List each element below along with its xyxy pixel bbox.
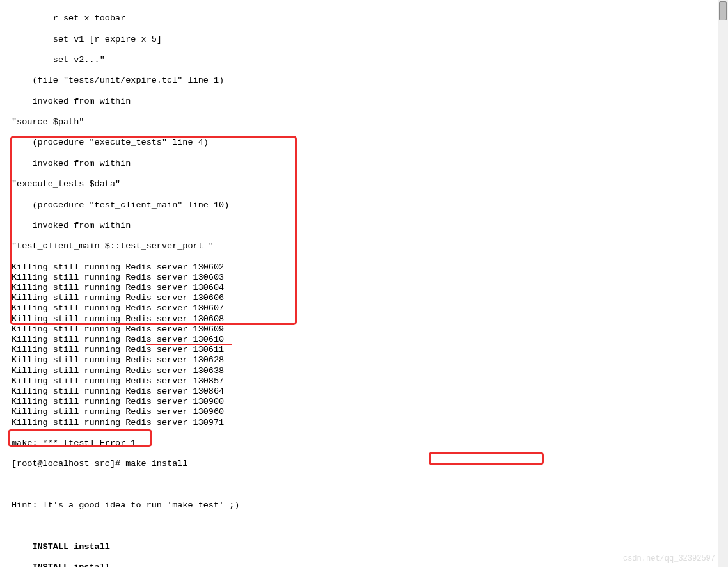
trace-line: invoked from within: [12, 221, 716, 231]
prompt-make-install: [root@localhost src]# make install: [12, 459, 716, 469]
kill-line: Killing still running Redis server 13085…: [12, 376, 716, 387]
kill-line: Killing still running Redis server 13090…: [12, 397, 716, 407]
kill-line: Killing still running Redis server 13060…: [12, 324, 716, 335]
kill-line: Killing still running Redis server 13061…: [12, 345, 716, 355]
kill-line: Killing still running Redis server 13063…: [12, 366, 716, 376]
kill-line: Killing still running Redis server 13060…: [12, 273, 716, 283]
kill-line: Killing still running Redis server 13096…: [12, 407, 716, 417]
hint-line: Hint: It's a good idea to run 'make test…: [12, 500, 716, 511]
blank-line: [12, 521, 716, 531]
trace-line: set v2...": [12, 55, 716, 65]
kill-line: Killing still running Redis server 13060…: [12, 303, 716, 314]
terminal-output[interactable]: r set x foobar set v1 [r expire x 5] set…: [0, 0, 728, 567]
blank-line: [12, 480, 716, 490]
kill-line: Killing still running Redis server 13097…: [12, 418, 716, 428]
kill-line: Killing still running Redis server 13062…: [12, 355, 716, 365]
scrollbar-track[interactable]: [718, 0, 728, 567]
kill-line: Killing still running Redis server 13060…: [12, 283, 716, 293]
kill-line: Killing still running Redis server 13060…: [12, 293, 716, 303]
kill-line: Killing still running Redis server 13060…: [12, 314, 716, 324]
trace-line: invoked from within: [12, 159, 716, 169]
trace-line: "test_client_main $::test_server_port ": [12, 241, 716, 252]
trace-line: (procedure "execute_tests" line 4): [12, 138, 716, 148]
trace-line: (file "tests/unit/expire.tcl" line 1): [12, 76, 716, 86]
killing-block: Killing still running Redis server 13060…: [12, 262, 716, 428]
trace-line: set v1 [r expire x 5]: [12, 35, 716, 45]
trace-line: (procedure "test_client_main" line 10): [12, 200, 716, 211]
kill-line: Killing still running Redis server 13060…: [12, 262, 716, 273]
scrollbar-thumb[interactable]: [719, 1, 727, 20]
kill-line: Killing still running Redis server 13086…: [12, 387, 716, 397]
kill-line: Killing still running Redis server 13061…: [12, 335, 716, 345]
trace-line: invoked from within: [12, 97, 716, 107]
install-line: INSTALL install: [12, 563, 716, 567]
trace-line: r set x foobar: [12, 13, 716, 24]
trace-line: "execute_tests $data": [12, 179, 716, 189]
make-error: make: *** [test] Error 1: [12, 438, 716, 449]
install-line: INSTALL install: [12, 542, 716, 552]
trace-line: "source $path": [12, 117, 716, 127]
